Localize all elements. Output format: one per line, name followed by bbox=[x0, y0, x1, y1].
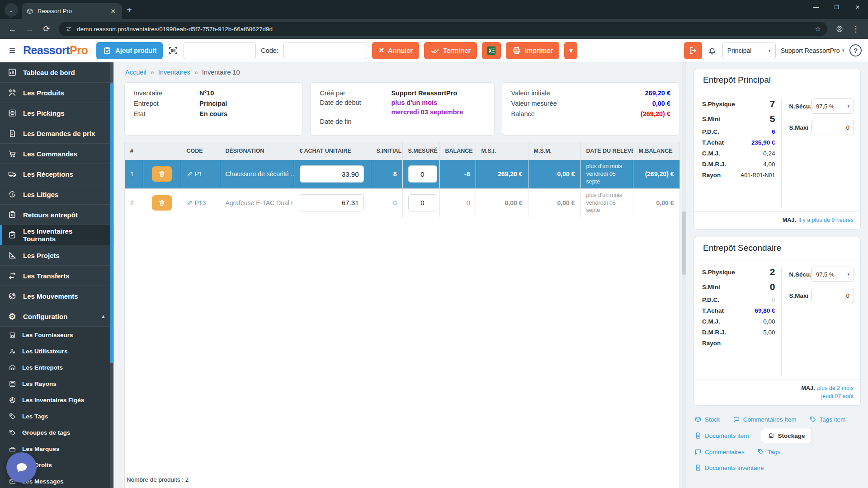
t-achat-value: 235,90 € bbox=[751, 139, 775, 146]
profile-avatar-icon[interactable] bbox=[832, 21, 847, 37]
breadcrumb-inventaires-link[interactable]: Inventaires bbox=[158, 69, 190, 76]
purchase-price-input[interactable] bbox=[300, 194, 364, 211]
main-scrollbar-track[interactable] bbox=[682, 62, 686, 488]
tab-tags-item[interactable]: Tags item bbox=[808, 412, 847, 427]
sidebar-item-inventaires-tournants[interactable]: Les Inventaires Tournants bbox=[0, 225, 113, 245]
sidebar-item-entrepots[interactable]: Les Entrepots bbox=[0, 359, 113, 375]
chat-widget-button[interactable] bbox=[6, 452, 37, 483]
s-physique-value: 2 bbox=[770, 267, 775, 277]
help-button[interactable]: ? bbox=[849, 44, 862, 56]
sidebar-item-tags[interactable]: Les Tags bbox=[0, 408, 113, 424]
sidebar-item-groupes-de-tags[interactable]: Groupes de tags bbox=[0, 424, 113, 441]
minimize-button[interactable]: — bbox=[806, 0, 826, 14]
site-info-icon[interactable] bbox=[65, 25, 72, 33]
sidebar-item-utilisateurs[interactable]: Les Utilisateurs bbox=[0, 343, 113, 359]
sidebar-item-commandes[interactable]: Les Commandes bbox=[0, 144, 113, 164]
sidebar-item-mouvements[interactable]: Les Mouvements bbox=[0, 286, 113, 306]
sidebar-item-tableau-de-bord[interactable]: Tableau de bord bbox=[0, 62, 113, 83]
main-scrollbar-thumb[interactable] bbox=[682, 211, 686, 275]
add-product-button[interactable]: Ajout produit bbox=[96, 42, 163, 59]
sidebar-item-litiges[interactable]: Les Litiges bbox=[0, 184, 113, 205]
s-maxi-input[interactable] bbox=[811, 288, 854, 303]
m-balance-cell: (269,20) € bbox=[633, 160, 679, 189]
export-excel-button[interactable] bbox=[482, 42, 501, 59]
tab-commentaires[interactable]: Commentaires bbox=[693, 445, 745, 459]
scan-input[interactable] bbox=[184, 42, 256, 59]
clipboard-check-icon bbox=[8, 230, 17, 239]
sidebar-item-configuration[interactable]: ⚙ Configuration ▲ bbox=[0, 306, 113, 327]
breadcrumb-home-link[interactable]: Accueil bbox=[125, 69, 146, 76]
measured-stock-input[interactable] bbox=[408, 194, 437, 211]
app-logo[interactable]: ReassortPro bbox=[23, 44, 88, 57]
product-code-link[interactable]: P1 bbox=[187, 170, 214, 178]
warehouse-maj-footer: MAJ.Il y a plus de 9 heures bbox=[694, 211, 860, 229]
n-secu-select[interactable]: 97,5 %▾ bbox=[811, 99, 854, 114]
tab-documents-inventaire[interactable]: Documents inventaire bbox=[693, 460, 765, 475]
trash-icon bbox=[158, 199, 165, 206]
table-row[interactable]: 1 P1 Chaussure de sécurité … 8 -8 269,20… bbox=[125, 160, 679, 189]
cancel-button[interactable]: ✕ Annuler bbox=[372, 42, 419, 59]
sidebar-item-demandes-de-prix[interactable]: Les Demandes de prix bbox=[0, 123, 113, 144]
set-square-icon bbox=[8, 251, 17, 260]
sidebar-item-retours-entrepot[interactable]: Retours entrepôt bbox=[0, 205, 113, 225]
maximize-button[interactable]: ❐ bbox=[826, 0, 847, 14]
browser-menu-icon[interactable]: ⋮ bbox=[848, 21, 863, 37]
n-secu-select[interactable]: 97,5 %▾ bbox=[811, 267, 854, 282]
double-check-icon bbox=[430, 46, 439, 55]
cmj-value: 0,24 bbox=[763, 150, 775, 157]
reload-button[interactable]: ⟳ bbox=[39, 21, 54, 37]
tab-close-icon[interactable]: ✕ bbox=[108, 8, 118, 15]
tab-stock[interactable]: Stock bbox=[693, 412, 721, 427]
code-input[interactable] bbox=[283, 42, 367, 59]
window-controls: — ❐ ✕ bbox=[806, 0, 868, 14]
created-by-value: Support ReassortPro bbox=[391, 89, 485, 97]
hamburger-menu-icon[interactable]: ≡ bbox=[6, 44, 18, 57]
sidebar-item-transferts[interactable]: Les Transferts bbox=[0, 266, 113, 286]
sidebar-item-inventaires-figes[interactable]: Les Inventaires Figés bbox=[0, 392, 113, 408]
sidebar-item-pickings[interactable]: Les Pickings bbox=[0, 103, 113, 123]
tab-stockage[interactable]: Stockage bbox=[761, 428, 812, 443]
sidebar-item-rayons[interactable]: Les Rayons bbox=[0, 375, 113, 392]
rack-icon bbox=[9, 380, 16, 388]
finish-button[interactable]: Terminer bbox=[424, 42, 477, 59]
inventory-table: # CODE DÉSIGNATION € ACHAT UNITAIRE S.IN… bbox=[125, 142, 680, 217]
sidebar-scrollbar-thumb[interactable] bbox=[110, 83, 113, 363]
valeur-initiale-value: 269,20 € bbox=[645, 89, 670, 97]
pencil-icon bbox=[187, 171, 193, 177]
s-maxi-input[interactable] bbox=[811, 120, 854, 135]
delete-row-button[interactable] bbox=[152, 166, 172, 182]
tab-search-button[interactable]: ⌄ bbox=[5, 3, 18, 17]
tab-commentaires-item[interactable]: Commentaires Item bbox=[732, 412, 797, 427]
sidebar-item-receptions[interactable]: Les Réceptions bbox=[0, 164, 113, 184]
tab-documents-item[interactable]: Documents item bbox=[693, 428, 750, 443]
new-tab-button[interactable]: + bbox=[127, 5, 132, 15]
cart-icon bbox=[8, 149, 17, 158]
sidebar-item-produits[interactable]: Les Produits bbox=[0, 83, 113, 103]
close-button[interactable]: ✕ bbox=[847, 0, 868, 14]
sidebar-item-fournisseurs[interactable]: Les Fournisseurs bbox=[0, 327, 113, 343]
browser-tab[interactable]: Reassort Pro ✕ bbox=[22, 3, 122, 19]
msm-cell: 0,00 € bbox=[528, 188, 580, 217]
account-menu[interactable]: Support ReassortPro ▾ bbox=[781, 47, 844, 54]
back-button[interactable]: ← bbox=[5, 21, 20, 37]
delete-row-button[interactable] bbox=[152, 195, 172, 211]
bookmark-star-icon[interactable]: ☆ bbox=[815, 25, 821, 33]
print-options-caret-button[interactable]: ▾ bbox=[564, 42, 577, 59]
exit-button[interactable] bbox=[684, 42, 702, 59]
sidebar-item-projets[interactable]: Les Projets bbox=[0, 245, 113, 266]
measured-stock-input[interactable] bbox=[408, 165, 437, 183]
product-code-link[interactable]: P13 bbox=[187, 199, 214, 206]
print-button[interactable]: Imprimer bbox=[506, 42, 559, 59]
chat-bubble-icon bbox=[14, 460, 29, 475]
forward-button[interactable]: → bbox=[22, 21, 37, 37]
tab-tags[interactable]: Tags bbox=[756, 445, 782, 459]
return-box-icon bbox=[8, 210, 17, 219]
purchase-price-input[interactable] bbox=[300, 165, 364, 183]
logout-icon bbox=[689, 46, 698, 55]
warehouse-select[interactable]: Principal ▾ bbox=[722, 42, 776, 59]
balance-cell: 0 bbox=[439, 188, 476, 217]
document-icon bbox=[694, 432, 702, 439]
bell-icon[interactable] bbox=[707, 45, 717, 56]
url-bar[interactable]: demo.reassort.pro/inventaires/01990eab-d… bbox=[59, 22, 827, 36]
table-row[interactable]: 2 P13 Agrafeuse E-TAC Dual r… 0 0 0,00 €… bbox=[125, 188, 679, 217]
